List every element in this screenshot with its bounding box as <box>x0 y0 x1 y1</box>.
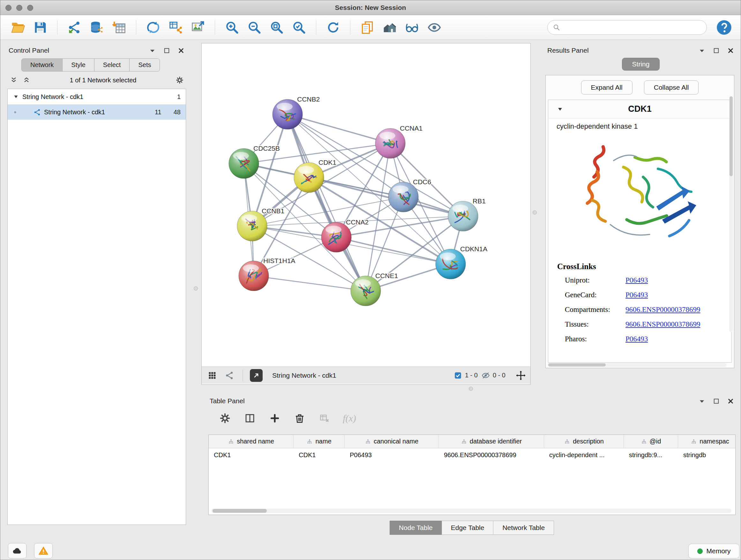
refresh-button[interactable] <box>324 18 342 37</box>
pan-mode-icon[interactable] <box>516 370 526 381</box>
column-header-canonical-name[interactable]: canonical name <box>345 435 439 448</box>
window-zoom-button[interactable] <box>27 5 33 11</box>
table-delete-button[interactable] <box>317 411 332 426</box>
panel-menu-icon[interactable] <box>698 397 705 405</box>
network-node-hist1h1a[interactable] <box>239 261 269 291</box>
export-image-button[interactable] <box>189 18 207 37</box>
tab-select[interactable]: Select <box>94 58 130 71</box>
function-builder-button[interactable]: f(x) <box>342 411 357 426</box>
tab-network-table[interactable]: Network Table <box>493 521 554 535</box>
crosslink-value-link[interactable]: P06493 <box>625 291 648 299</box>
crosslink-value-link[interactable]: 9606.ENSP00000378699 <box>625 320 700 328</box>
network-row[interactable]: String Network - cdk11148 <box>8 105 186 120</box>
network-arrows-button[interactable] <box>144 18 162 37</box>
window-close-button[interactable] <box>5 5 11 11</box>
network-node-ccna2[interactable] <box>321 222 351 252</box>
tab-style[interactable]: Style <box>62 58 94 71</box>
network-node-rb1[interactable] <box>448 201 478 231</box>
import-network-database-button[interactable] <box>87 18 106 37</box>
warning-status-button[interactable] <box>34 543 53 558</box>
crosslink-value-link[interactable]: P06493 <box>625 335 648 343</box>
table-horizontal-scrollbar[interactable] <box>211 509 731 513</box>
window-titlebar[interactable]: Session: New Session <box>0 0 741 15</box>
panel-close-icon[interactable] <box>727 47 734 54</box>
network-node-cdkn1a[interactable] <box>435 249 466 279</box>
protein-entry-header[interactable]: CDK1 <box>548 100 731 118</box>
panel-close-icon[interactable] <box>178 47 185 54</box>
save-session-button[interactable] <box>31 18 50 37</box>
column-header-description[interactable]: description <box>544 435 624 448</box>
panel-float-icon[interactable] <box>163 47 171 54</box>
network-canvas-container[interactable]: CCNB2CCNA1CDC25BCDK1CDC6RB1CCNB1CCNA2CDK… <box>202 44 530 367</box>
panel-menu-icon[interactable] <box>698 47 705 54</box>
zoom-out-button[interactable] <box>245 18 264 37</box>
show-eye-button[interactable] <box>425 18 444 37</box>
cloud-status-button[interactable] <box>8 543 26 558</box>
column-header-shared-name[interactable]: shared name <box>209 435 293 448</box>
tab-edge-table[interactable]: Edge Table <box>442 521 494 535</box>
collapse-all-icon[interactable] <box>10 76 17 84</box>
network-node-ccna1[interactable] <box>375 128 405 159</box>
zoom-fit-button[interactable] <box>267 18 286 37</box>
tab-network[interactable]: Network <box>21 58 63 71</box>
expander-icon[interactable] <box>13 94 19 100</box>
hidden-eye-icon[interactable] <box>482 371 490 380</box>
zoom-selected-button[interactable] <box>290 18 308 37</box>
results-horizontal-scrollbar[interactable] <box>548 363 726 367</box>
network-node-cdc25b[interactable] <box>229 148 259 179</box>
network-node-ccnb2[interactable] <box>273 99 302 129</box>
import-table-file-button[interactable] <box>110 18 128 37</box>
memory-button[interactable]: Memory <box>688 544 739 558</box>
collapse-entry-icon[interactable] <box>556 106 563 113</box>
string-app-button[interactable] <box>223 369 235 381</box>
network-node-ccnb1[interactable] <box>237 211 267 241</box>
tab-string[interactable]: String <box>622 58 660 71</box>
search-box[interactable] <box>547 20 707 35</box>
column-header-database-identifier[interactable]: database identifier <box>439 435 544 448</box>
window-minimize-button[interactable] <box>16 5 22 11</box>
hide-glasses-button[interactable] <box>403 18 421 37</box>
panel-float-icon[interactable] <box>713 47 720 54</box>
home-views-button[interactable] <box>381 18 399 37</box>
results-vertical-scrollbar[interactable] <box>729 96 733 332</box>
network-node-cdk1[interactable] <box>294 163 324 192</box>
network-edge[interactable] <box>309 178 463 216</box>
network-node-cdc6[interactable] <box>388 182 418 212</box>
collapse-all-button[interactable]: Collapse All <box>644 80 699 95</box>
panel-float-icon[interactable] <box>713 397 720 405</box>
network-edge[interactable] <box>287 114 366 291</box>
zoom-in-button[interactable] <box>223 18 241 37</box>
panel-menu-icon[interactable] <box>149 47 156 54</box>
network-canvas[interactable]: CCNB2CCNA1CDC25BCDK1CDC6RB1CCNB1CCNA2CDK… <box>202 44 530 367</box>
copy-documents-button[interactable] <box>358 18 377 37</box>
tab-node-table[interactable]: Node Table <box>390 521 442 535</box>
expand-all-button[interactable]: Expand All <box>581 80 632 95</box>
crosslink-value-link[interactable]: P06493 <box>625 276 648 285</box>
network-edge[interactable] <box>254 276 366 291</box>
network-options-gear-icon[interactable] <box>176 76 184 84</box>
network-node-ccne1[interactable] <box>351 276 381 306</box>
panel-close-icon[interactable] <box>727 397 734 405</box>
columns-button[interactable] <box>242 411 258 426</box>
birdseye-view-button[interactable] <box>206 369 218 381</box>
export-view-button[interactable] <box>250 369 263 382</box>
tab-sets[interactable]: Sets <box>129 58 160 71</box>
expand-all-icon[interactable] <box>23 76 30 84</box>
network-from-table-button[interactable] <box>166 18 185 37</box>
table-row[interactable]: CDK1CDK1P064939606.ENSP00000378699cyclin… <box>209 448 735 462</box>
gear-button[interactable] <box>217 411 232 426</box>
search-input[interactable] <box>563 23 701 31</box>
bottom-splitter-grip[interactable] <box>469 387 473 391</box>
column-header-name[interactable]: name <box>293 435 345 448</box>
crosslink-value-link[interactable]: 9606.ENSP00000378699 <box>625 306 700 314</box>
open-session-button[interactable] <box>9 18 27 37</box>
import-network-file-button[interactable] <box>65 18 84 37</box>
left-splitter-grip[interactable] <box>194 287 198 291</box>
add-button[interactable] <box>267 411 282 426</box>
selected-check-icon[interactable] <box>454 371 462 380</box>
right-splitter-grip[interactable] <box>533 210 537 214</box>
network-edge[interactable] <box>336 237 451 264</box>
collection-row[interactable]: String Network - cdk11 <box>8 89 186 105</box>
trash-button[interactable] <box>292 411 307 426</box>
column-header-namespac[interactable]: namespac <box>678 435 736 448</box>
